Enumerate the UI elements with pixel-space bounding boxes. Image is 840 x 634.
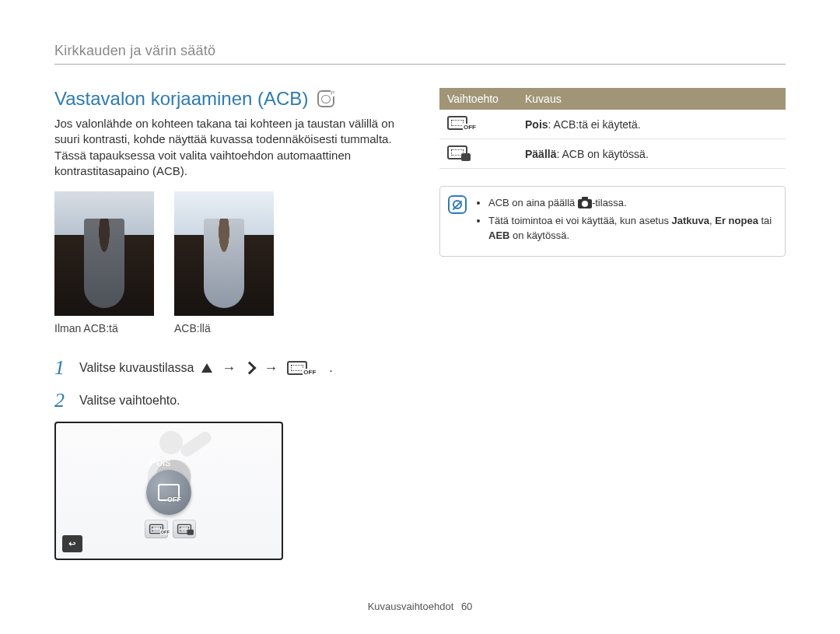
option-label: Päällä [525, 148, 556, 160]
option-desc-cell: Päällä: ACB on käytössä. [517, 139, 786, 169]
note-strong: AEB [488, 229, 509, 241]
note-text: on käytössä. [509, 229, 569, 241]
acb-on-thumb-icon [173, 520, 196, 538]
table-row: Päällä: ACB on käytössä. [439, 139, 786, 169]
chevron-right-icon [243, 362, 257, 375]
arrow-icon: → [220, 360, 237, 377]
photo-without-acb [54, 191, 154, 316]
note-box: ACB on aina päällä -tilassa. Tätä toimin… [439, 186, 786, 257]
acb-off-thumb-icon [145, 520, 168, 538]
col-header-option: Vaihtoehto [439, 88, 517, 110]
step-number: 1 [54, 356, 72, 380]
note-item: ACB on aina päällä -tilassa. [488, 196, 774, 211]
menu-up-icon [201, 363, 212, 373]
note-text: Tätä toimintoa ei voi käyttää, kun asetu… [488, 215, 672, 226]
comparison-photos: Ilman ACB:tä ACB:llä [54, 191, 401, 335]
caption-without-acb: Ilman ACB:tä [54, 322, 154, 335]
options-table: Vaihtoehto Kuvaus Pois: ACB:tä ei käytet… [439, 88, 786, 169]
option-desc-cell: Pois: ACB:tä ei käytetä. [517, 110, 786, 139]
table-row: Pois: ACB:tä ei käytetä. [439, 110, 786, 139]
photo-with-acb [174, 191, 274, 316]
note-strong: Jatkuva [672, 215, 709, 226]
option-desc: : ACB:tä ei käytetä. [548, 118, 641, 131]
acb-off-icon [447, 116, 467, 130]
smart-auto-icon [578, 199, 592, 208]
selected-option-label: Pois [149, 456, 170, 468]
note-text: ACB on aina päällä [488, 197, 578, 208]
page-number: 60 [461, 601, 472, 612]
caption-with-acb: ACB:llä [174, 322, 274, 335]
section-header: Kirkkauden ja värin säätö [54, 43, 786, 65]
step-number: 2 [54, 389, 72, 412]
step-1: 1 Valitse kuvaustilassa → → . [54, 356, 401, 380]
footer-section: Kuvausvaihtoehdot [368, 601, 454, 612]
arrow-icon: → [262, 360, 279, 377]
step-end: . [329, 361, 332, 375]
note-text: -tilassa. [592, 197, 627, 208]
intro-paragraph: Jos valonlähde on kohteen takana tai koh… [54, 116, 401, 179]
program-mode-icon: P [317, 90, 334, 107]
step-2: 2 Valitse vaihtoehto. [54, 389, 401, 412]
acb-off-icon [287, 361, 307, 375]
option-label: Pois [525, 118, 548, 131]
option-desc: : ACB on käytössä. [556, 148, 648, 160]
note-strong: Er nopea [715, 215, 758, 226]
note-item: Tätä toimintoa ei voi käyttää, kun asetu… [488, 214, 774, 243]
page-title: Vastavalon korjaaminen (ACB) [54, 88, 308, 110]
note-icon [448, 195, 467, 214]
acb-on-icon [447, 145, 467, 159]
camera-screen-illustration: Pois [54, 422, 283, 560]
step-text: Valitse kuvaustilassa [79, 361, 194, 375]
note-text: tai [758, 215, 772, 226]
page-footer: Kuvausvaihtoehdot 60 [0, 601, 840, 612]
acb-off-selected-icon [146, 470, 191, 515]
step-text: Valitse vaihtoehto. [79, 394, 180, 408]
col-header-desc: Kuvaus [517, 88, 786, 110]
back-button-icon [62, 535, 82, 552]
